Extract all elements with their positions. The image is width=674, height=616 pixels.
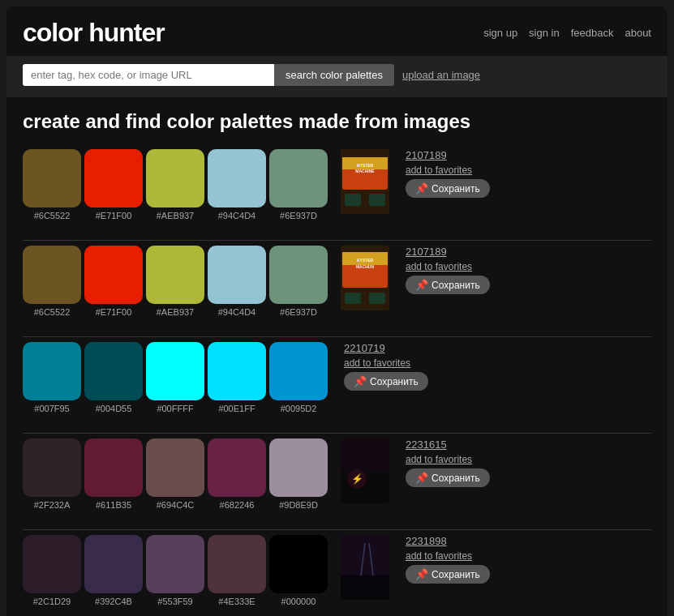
pin-icon: 📌 (354, 375, 367, 387)
color-swatch[interactable] (23, 342, 81, 400)
palette-row: #6C5522#E71F00#AEB937#94C4D4#6E937D HYST… (23, 149, 651, 220)
svg-rect-21 (341, 575, 389, 600)
swatches-group: #007F95#004D55#00FFFF#00E1FF#0095D2 (23, 342, 328, 413)
swatch-group[interactable]: #6C5522 (23, 149, 81, 220)
swatch-label: #94C4D4 (218, 211, 255, 220)
color-swatch[interactable] (269, 246, 328, 304)
palette-info: 2210719add to favorites📌Сохранить (344, 342, 428, 391)
color-swatch[interactable] (84, 246, 143, 304)
swatch-label: #000000 (281, 597, 316, 606)
swatch-label: #9D8E9D (279, 500, 318, 510)
color-swatch[interactable] (146, 246, 204, 304)
palette-id-link[interactable]: 2107189 (406, 149, 490, 161)
upload-link[interactable]: upload an image (402, 69, 480, 81)
swatch-group[interactable]: #007F95 (23, 342, 81, 413)
swatch-group[interactable]: #682246 (208, 438, 266, 510)
svg-rect-5 (345, 194, 361, 206)
add-favorites-link[interactable]: add to favorites (406, 261, 490, 272)
swatch-group[interactable]: #4E333E (208, 535, 266, 606)
swatch-group[interactable]: #6C5522 (23, 246, 81, 317)
swatch-group[interactable]: #94C4D4 (208, 149, 266, 220)
swatch-group[interactable]: #00E1FF (208, 342, 266, 413)
swatch-group[interactable]: #9D8E9D (269, 438, 328, 510)
color-swatch[interactable] (23, 535, 81, 593)
color-swatch[interactable] (146, 149, 204, 207)
palette-row: #007F95#004D55#00FFFF#00E1FF#0095D222107… (23, 342, 651, 413)
swatch-group[interactable]: #00FFFF (146, 342, 204, 413)
swatch-group[interactable]: #AEB937 (146, 246, 204, 317)
swatch-group[interactable]: #2C1D29 (23, 535, 81, 606)
search-input[interactable] (23, 64, 274, 86)
palette-divider (23, 433, 651, 434)
color-swatch[interactable] (23, 438, 81, 497)
swatch-group[interactable]: #AEB937 (146, 149, 204, 220)
signin-link[interactable]: sign in (529, 27, 560, 39)
palette-thumbnail[interactable]: HYSTER MACHINE (341, 149, 389, 214)
logo[interactable]: color hunter (23, 18, 165, 48)
color-swatch[interactable] (23, 149, 81, 207)
palette-thumbnail[interactable] (341, 535, 389, 600)
color-swatch[interactable] (84, 438, 143, 497)
palette-id-link[interactable]: 2231898 (406, 535, 490, 547)
swatch-group[interactable]: #694C4C (146, 438, 204, 510)
color-swatch[interactable] (208, 535, 266, 593)
palette-id-link[interactable]: 2107189 (406, 246, 490, 258)
swatch-label: #6C5522 (34, 211, 71, 220)
color-swatch[interactable] (23, 246, 81, 304)
swatch-label: #AEB937 (157, 211, 194, 220)
svg-text:MACHUN: MACHUN (356, 264, 375, 269)
palette-id-link[interactable]: 2210719 (344, 342, 428, 354)
search-button[interactable]: search color palettes (274, 64, 394, 86)
color-swatch[interactable] (84, 149, 143, 207)
add-favorites-link[interactable]: add to favorites (406, 165, 490, 176)
swatches-group: #2C1D29#392C4B#553F59#4E333E#000000 (23, 535, 328, 606)
swatch-group[interactable]: #E71F00 (84, 149, 143, 220)
color-swatch[interactable] (269, 535, 328, 593)
swatch-group[interactable]: #6E937D (269, 149, 328, 220)
swatch-group[interactable]: #E71F00 (84, 246, 143, 317)
swatch-group[interactable]: #553F59 (146, 535, 204, 606)
swatch-label: #6C5522 (34, 307, 71, 317)
svg-rect-6 (369, 194, 385, 206)
swatch-label: #00E1FF (218, 404, 255, 413)
feedback-link[interactable]: feedback (571, 27, 614, 39)
color-swatch[interactable] (208, 149, 266, 207)
color-swatch[interactable] (84, 535, 143, 593)
color-swatch[interactable] (84, 342, 143, 400)
color-swatch[interactable] (269, 149, 328, 207)
add-favorites-link[interactable]: add to favorites (344, 357, 428, 369)
palette-thumbnail[interactable]: ⚡ (341, 438, 389, 503)
swatch-group[interactable]: #0095D2 (269, 342, 328, 413)
color-swatch[interactable] (269, 342, 328, 400)
swatch-label: #00FFFF (157, 404, 193, 413)
palette-thumbnail[interactable]: HYSTER MACHUN (341, 246, 389, 310)
color-swatch[interactable] (208, 246, 266, 304)
signup-link[interactable]: sign up (483, 27, 517, 39)
swatches-group: #6C5522#E71F00#AEB937#94C4D4#6E937D (23, 149, 328, 220)
save-button[interactable]: 📌Сохранить (406, 468, 490, 487)
save-button[interactable]: 📌Сохранить (344, 372, 428, 391)
save-button[interactable]: 📌Сохранить (406, 565, 490, 584)
swatch-group[interactable]: #2F232A (23, 438, 81, 510)
color-swatch[interactable] (146, 438, 204, 497)
color-swatch[interactable] (146, 535, 204, 593)
save-button[interactable]: 📌Сохранить (406, 179, 490, 198)
add-favorites-link[interactable]: add to favorites (406, 550, 490, 562)
save-label: Сохранить (431, 473, 480, 484)
about-link[interactable]: about (625, 27, 651, 39)
swatch-group[interactable]: #004D55 (84, 342, 143, 413)
swatch-group[interactable]: #611B35 (84, 438, 143, 510)
swatch-group[interactable]: #6E937D (269, 246, 328, 317)
save-button[interactable]: 📌Сохранить (406, 276, 490, 294)
palette-divider (23, 240, 651, 241)
color-swatch[interactable] (146, 342, 204, 400)
color-swatch[interactable] (269, 438, 328, 497)
swatch-group[interactable]: #000000 (269, 535, 328, 606)
color-swatch[interactable] (208, 438, 266, 497)
palette-id-link[interactable]: 2231615 (406, 438, 490, 451)
color-swatch[interactable] (208, 342, 266, 400)
swatch-group[interactable]: #94C4D4 (208, 246, 266, 317)
svg-rect-12 (345, 293, 361, 304)
add-favorites-link[interactable]: add to favorites (406, 454, 490, 465)
swatch-group[interactable]: #392C4B (84, 535, 143, 606)
